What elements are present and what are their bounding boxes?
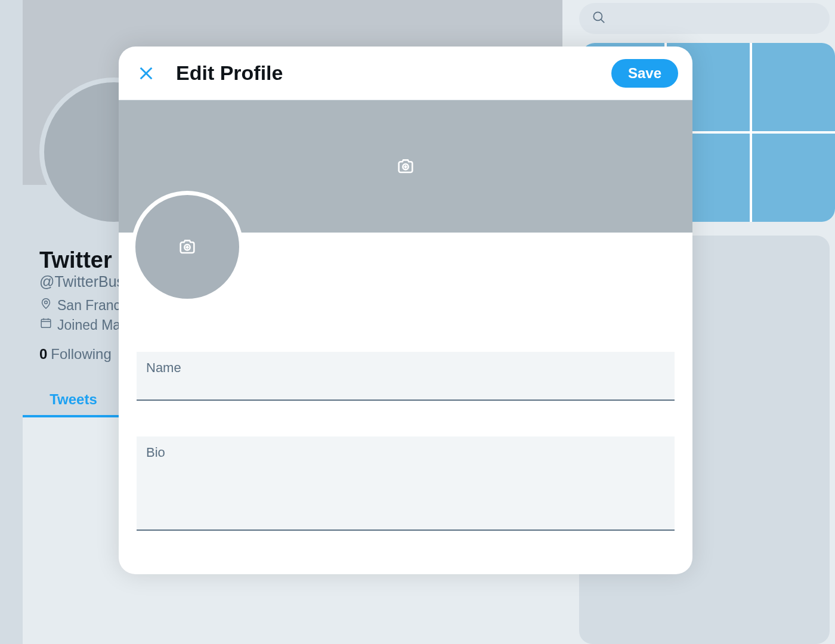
modal-title: Edit Profile [176,61,283,85]
name-field[interactable]: Name [137,352,675,401]
tab-tweets-label: Tweets [50,391,97,408]
svg-line-6 [601,20,605,23]
profile-joined-text: Joined May [57,317,128,333]
name-input[interactable] [146,379,665,395]
bio-label: Bio [146,445,665,460]
modal-header: Edit Profile Save [119,47,692,100]
following-label: Following [51,346,111,362]
save-button[interactable]: Save [611,59,678,88]
name-label: Name [146,360,665,376]
tab-tweets[interactable]: Tweets [23,382,124,417]
search-icon [591,10,607,27]
edit-profile-modal: Edit Profile Save Name Bio [119,47,692,574]
avatar-upload-button[interactable] [131,191,243,303]
calendar-icon [39,317,52,333]
svg-point-5 [593,12,602,20]
bio-field[interactable]: Bio [137,436,675,531]
svg-point-0 [45,301,48,304]
svg-rect-1 [41,320,51,328]
camera-add-icon[interactable] [390,151,421,182]
media-thumb[interactable] [752,134,835,222]
location-icon [39,297,52,314]
following-count: 0 [39,346,47,362]
media-thumb[interactable] [752,43,835,131]
close-button[interactable] [133,60,159,86]
profile-joined: Joined May [39,317,128,333]
search-input[interactable] [579,3,830,34]
bio-input[interactable] [146,464,665,510]
search-field[interactable] [614,12,817,26]
profile-following: 0Following [39,346,112,363]
